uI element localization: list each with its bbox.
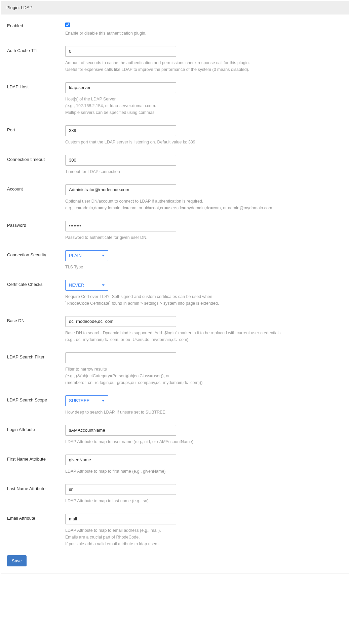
- caret-down-icon: [102, 284, 105, 286]
- label-password: Password: [7, 221, 65, 228]
- help-text: Amount of seconds to cache the authentic…: [65, 59, 327, 66]
- help-text: Multiple servers can be specified using …: [65, 109, 327, 116]
- help-text: (e.g., 192.168.2.154, or ldap-server.dom…: [65, 102, 327, 109]
- help-text: Enable or disable this authentication pl…: [65, 30, 327, 37]
- label-port: Port: [7, 125, 65, 132]
- row-ldap-host: LDAP Host Host[s] of the LDAP Server (e.…: [7, 82, 343, 116]
- row-cert-checks: Certificate Checks NEVER Require Cert ov…: [7, 280, 343, 307]
- conn-security-select[interactable]: PLAIN: [65, 250, 108, 261]
- help-text: Password to authenticate for given user …: [65, 234, 327, 241]
- row-auth-cache-ttl: Auth Cache TTL Amount of seconds to cach…: [7, 46, 343, 73]
- help-text: Base DN to search. Dynamic bind is suppo…: [65, 330, 327, 336]
- row-password: Password Password to authenticate for gi…: [7, 221, 343, 241]
- help-text: (e.g., (&(objectCategory=Person)(objectC…: [65, 373, 327, 379]
- label-first-name-attr: First Name Attribute: [7, 455, 65, 462]
- auth-cache-ttl-input[interactable]: [65, 46, 176, 57]
- row-conn-timeout: Connection timeout Timeout for LDAP conn…: [7, 155, 343, 175]
- help-text: LDAP Attribute to map to email address (…: [65, 527, 327, 534]
- enabled-checkbox[interactable]: [65, 23, 70, 27]
- account-input[interactable]: [65, 184, 176, 195]
- help-text: (e.g., dc=mydomain,dc=com, or ou=Users,d…: [65, 336, 327, 343]
- label-conn-timeout: Connection timeout: [7, 155, 65, 162]
- panel-title: Plugin: LDAP: [1, 1, 349, 14]
- caret-down-icon: [102, 400, 105, 401]
- base-dn-input[interactable]: [65, 316, 176, 327]
- help-text: How deep to search LDAP. If unsure set t…: [65, 409, 327, 416]
- row-account: Account Optional user DN/account to conn…: [7, 184, 343, 211]
- label-base-dn: Base DN: [7, 316, 65, 323]
- help-text: LDAP Attribute to map to last name (e.g.…: [65, 498, 327, 504]
- cert-checks-select[interactable]: NEVER: [65, 280, 108, 291]
- search-scope-select[interactable]: SUBTREE: [65, 395, 108, 406]
- row-email-attr: Email Attribute LDAP Attribute to map to…: [7, 514, 343, 547]
- row-port: Port Custom port that the LDAP server is…: [7, 125, 343, 145]
- label-ldap-host: LDAP Host: [7, 82, 65, 89]
- plugin-panel: Plugin: LDAP Enabled Enable or disable t…: [1, 1, 349, 573]
- help-text: (memberof=cn=rc-login,ou=groups,ou=compa…: [65, 379, 327, 386]
- label-cert-checks: Certificate Checks: [7, 280, 65, 287]
- row-enabled: Enabled Enable or disable this authentic…: [7, 21, 343, 37]
- row-search-filter: LDAP Search Filter Filter to narrow resu…: [7, 352, 343, 386]
- help-text: e.g., cn=admin,dc=mydomain,dc=com, or ui…: [65, 205, 327, 211]
- row-conn-security: Connection Security PLAIN TLS Type: [7, 250, 343, 270]
- help-text: Custom port that the LDAP server is list…: [65, 139, 327, 145]
- label-enabled: Enabled: [7, 21, 65, 28]
- help-text: Filter to narrow results: [65, 366, 327, 373]
- select-value: SUBTREE: [69, 398, 89, 403]
- help-text: Require Cert over TLS?. Self-signed and …: [65, 293, 327, 300]
- conn-timeout-input[interactable]: [65, 155, 176, 166]
- help-text: If possible add a valid email attribute …: [65, 541, 327, 547]
- save-button[interactable]: Save: [7, 555, 27, 566]
- row-first-name-attr: First Name Attribute LDAP Attribute to m…: [7, 455, 343, 475]
- label-account: Account: [7, 184, 65, 191]
- label-login-attr: Login Attribute: [7, 425, 65, 432]
- login-attr-input[interactable]: [65, 425, 176, 436]
- label-search-filter: LDAP Search Filter: [7, 352, 65, 359]
- help-text: `RhodeCode Certificate` found in admin >…: [65, 300, 327, 307]
- label-last-name-attr: Last Name Attribute: [7, 484, 65, 491]
- help-text: LDAP Attribute to map to first name (e.g…: [65, 468, 327, 475]
- password-input[interactable]: [65, 221, 176, 231]
- first-name-attr-input[interactable]: [65, 455, 176, 465]
- email-attr-input[interactable]: [65, 514, 176, 524]
- help-text: Useful for expensive calls like LDAP to …: [65, 66, 327, 73]
- help-text: Host[s] of the LDAP Server: [65, 96, 327, 102]
- help-text: LDAP Attribute to map to user name (e.g.…: [65, 438, 327, 445]
- help-text: Optional user DN/account to connect to L…: [65, 198, 327, 205]
- search-filter-input[interactable]: [65, 352, 176, 363]
- label-email-attr: Email Attribute: [7, 514, 65, 521]
- label-auth-cache-ttl: Auth Cache TTL: [7, 46, 65, 53]
- label-conn-security: Connection Security: [7, 250, 65, 257]
- help-text: Emails are a crucial part of RhodeCode.: [65, 534, 327, 541]
- help-text: TLS Type: [65, 264, 327, 270]
- row-search-scope: LDAP Search Scope SUBTREE How deep to se…: [7, 395, 343, 416]
- help-text: Timeout for LDAP connection: [65, 168, 327, 175]
- last-name-attr-input[interactable]: [65, 484, 176, 495]
- row-login-attr: Login Attribute LDAP Attribute to map to…: [7, 425, 343, 445]
- port-input[interactable]: [65, 125, 176, 136]
- caret-down-icon: [102, 255, 105, 256]
- select-value: NEVER: [69, 283, 84, 288]
- select-value: PLAIN: [69, 253, 82, 258]
- row-base-dn: Base DN Base DN to search. Dynamic bind …: [7, 316, 343, 343]
- ldap-host-input[interactable]: [65, 82, 176, 93]
- label-search-scope: LDAP Search Scope: [7, 395, 65, 402]
- panel-body: Enabled Enable or disable this authentic…: [1, 14, 349, 573]
- row-last-name-attr: Last Name Attribute LDAP Attribute to ma…: [7, 484, 343, 504]
